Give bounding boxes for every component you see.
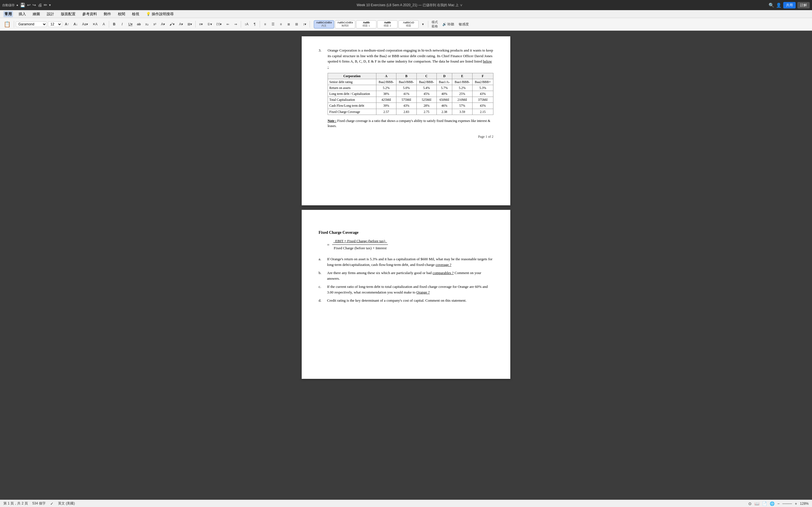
question-number: 3. (319, 48, 327, 128)
menu-item-layout[interactable]: 版面配置 (60, 11, 77, 17)
cell-c-ltd: 45% (416, 91, 437, 97)
bold-button[interactable]: B (111, 21, 117, 27)
toolbar-icon-save[interactable]: 💾 (20, 3, 26, 8)
decrease-indent-button[interactable]: ⇐ (224, 21, 231, 27)
style-heading[interactable]: AaBbCcD 標題 (398, 20, 419, 29)
cell-b-ltd: 41% (396, 91, 416, 97)
table-row: Total Capitalization 425Mil 575Mil 525Mi… (328, 97, 493, 103)
justify-all-button[interactable]: ⊞ (293, 21, 300, 27)
line-spacing-button[interactable]: ↕▾ (301, 21, 308, 27)
menu-item-references[interactable]: 參考資料 (81, 11, 98, 17)
toolbar-icon-redo[interactable]: ↪ (33, 3, 36, 8)
menu-item-insert[interactable]: 插入 (17, 11, 27, 17)
cell-d-roa: 5.7% (437, 85, 452, 91)
question-3: 3. Orange Corporation is a medium-sized … (319, 48, 493, 128)
page-1: 3. Orange Corporation is a medium-sized … (302, 36, 510, 205)
listening-button[interactable]: 🔊 聆聽 (441, 21, 456, 27)
title-bar: Week 10 Exercises (L8 Sem A 2020_21) — 已… (52, 3, 767, 8)
menu-item-view[interactable]: 檢視 (131, 11, 140, 17)
sub-text-b: Are there any firms among these six whic… (327, 270, 493, 281)
cell-c-cf: 28% (416, 103, 437, 109)
col-a: A (376, 73, 396, 79)
cell-c-debt: Baa2/BBB- (416, 79, 437, 85)
align-center-button[interactable]: ☰ (269, 21, 276, 27)
separator-1 (14, 21, 14, 27)
clear-format-button[interactable]: ✕A (91, 21, 99, 27)
italic-button[interactable]: I (119, 21, 125, 27)
page-2: Fixed Charge Coverage = EBIT + Fixed Cha… (302, 210, 510, 379)
increase-indent-button[interactable]: ⇒ (232, 21, 239, 27)
col-d: D (437, 73, 452, 79)
cell-e-ltd: 25% (452, 91, 472, 97)
user-icon[interactable]: 👤 (776, 3, 781, 8)
highlight-button[interactable]: 🖌▾ (168, 21, 176, 27)
font-shrink-button[interactable]: A↓ (72, 21, 80, 27)
font-grow-button[interactable]: A↑ (63, 21, 71, 27)
sub-text-d: Credit rating is the key determinant of … (327, 298, 493, 303)
strikethrough-button[interactable]: ab (135, 21, 142, 27)
sensitivity-button[interactable]: 敏感度 (457, 21, 470, 27)
sub-question-d: d. Credit rating is the key determinant … (319, 298, 493, 303)
cell-f-fcc: 2.15 (472, 109, 493, 115)
superscript-button[interactable]: x² (151, 21, 158, 27)
document-area: 3. Orange Corporation is a medium-sized … (0, 31, 812, 489)
sub-text-c: If the current ratio of long-term debt t… (327, 284, 493, 295)
numbering-button[interactable]: ①▾ (206, 21, 214, 27)
text-effects-button[interactable]: A (100, 21, 107, 27)
paste-button[interactable]: 📋 (2, 20, 12, 28)
multilevel-button[interactable]: ⑴▾ (215, 21, 223, 27)
autosave-toggle[interactable]: ● (16, 3, 18, 7)
share-button[interactable]: 共用 (783, 2, 796, 8)
align-right-button[interactable]: ≡ (277, 21, 284, 27)
show-para-button[interactable]: ¶ (251, 21, 258, 27)
cell-b-fcc: 2.83 (396, 109, 416, 115)
cell-f-cap: 375Mil (472, 97, 493, 103)
toolbar-icon-undo[interactable]: ↩ (27, 3, 31, 8)
more-styles-button[interactable]: ▾ (419, 21, 426, 27)
sub-letter-c: c. (319, 284, 324, 295)
fraction: EBIT + Fixed Charge (before tax) Fixed C… (332, 238, 388, 251)
separator-3 (195, 21, 196, 27)
sort-button[interactable]: ↕A (243, 21, 250, 27)
menu-item-design[interactable]: 設計 (46, 11, 55, 17)
toolbar-icon-print[interactable]: 🖨 (38, 3, 42, 8)
font-selector[interactable]: Garamond (16, 21, 47, 27)
menu-item-help[interactable]: 💡 操作說明搜尋 (145, 11, 175, 17)
toolbar-icon-custom[interactable]: ✏ (44, 3, 47, 8)
subscript-button[interactable]: x₂ (144, 21, 150, 27)
menu-item-home[interactable]: 常用 (3, 11, 13, 17)
cell-e-cap: 210Mil (452, 97, 472, 103)
bullets-button[interactable]: ≡▾ (197, 21, 204, 27)
justify-button[interactable]: ≣ (285, 21, 292, 27)
align-left-button[interactable]: ≡ (262, 21, 268, 27)
menu-item-draw[interactable]: 繪圖 (32, 11, 41, 17)
sub-letter-a: a. (319, 256, 324, 267)
underline-button[interactable]: U▾ (126, 21, 134, 27)
row-label-roa: Return on assets (328, 85, 376, 91)
border-button[interactable]: ⊞▾ (186, 21, 194, 27)
search-icon[interactable]: 🔍 (769, 3, 774, 8)
style-heading2[interactable]: AaBb 標題 2 (377, 20, 398, 29)
col-c: C (416, 73, 437, 79)
shading-button[interactable]: A▾ (177, 21, 185, 27)
col-e: E (452, 73, 472, 79)
comment-button[interactable]: 註解 (797, 2, 810, 8)
menu-item-mailings[interactable]: 郵件 (103, 11, 112, 17)
style-no-spacing[interactable]: AaBbCcDdEe 無間距 (335, 20, 355, 29)
change-case-button[interactable]: Aa▾ (80, 21, 90, 27)
change-styles-button[interactable]: 樣式藍格 (430, 19, 440, 29)
font-color-button[interactable]: A▾ (159, 21, 167, 27)
col-f: F (472, 73, 493, 79)
cell-a-debt: Baa2/BBB- (376, 79, 396, 85)
formula-title: Fixed Charge Coverage (319, 230, 493, 235)
menu-item-review[interactable]: 校閱 (117, 11, 126, 17)
comparison-table: Corporation A B C D E F Senior debt rati… (327, 73, 493, 115)
styles-area: AaBbCcDdEe 內文 AaBbCcDdEe 無間距 AaBb 標題 1 A… (314, 20, 426, 29)
table-row: Senior debt rating Baa2/BBB- Baa3/BBB- B… (328, 79, 493, 85)
style-normal[interactable]: AaBbCcDdEe 內文 (314, 20, 334, 29)
style-heading1[interactable]: AaBb 標題 1 (356, 20, 376, 29)
intro-text: Orange Corporation is a medium-sized cor… (327, 48, 493, 69)
toolbar-icon-down[interactable]: ▾ (49, 3, 51, 7)
cell-d-debt: Baa1/A- (437, 79, 452, 85)
size-selector[interactable]: 12 (48, 21, 62, 27)
